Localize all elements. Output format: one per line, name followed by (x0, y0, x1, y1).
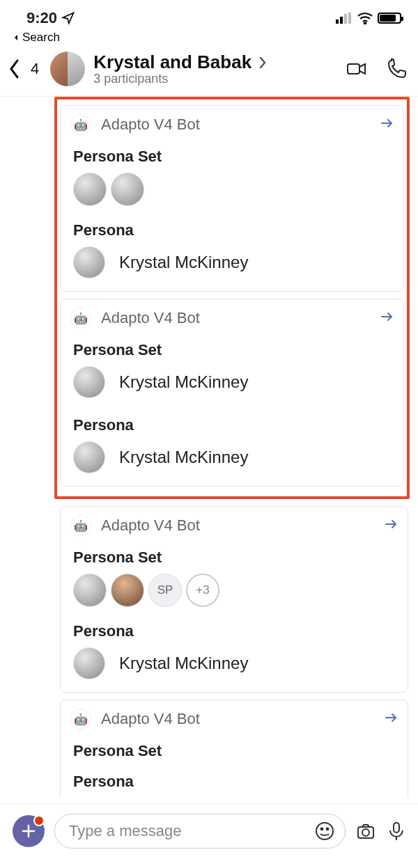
camera-icon[interactable] (355, 821, 376, 842)
persona-set-label: Persona Set (61, 543, 408, 574)
bot-card: 🤖 Adapto V4 Bot Persona Set Persona Krys… (60, 105, 404, 292)
svg-point-6 (316, 823, 333, 839)
persona-label: Persona (61, 767, 408, 798)
open-card-button[interactable] (384, 711, 398, 727)
persona-label: Persona (61, 617, 408, 647)
cell-signal-icon (336, 13, 353, 24)
persona-set-row[interactable]: Krystal McKinney (61, 366, 403, 411)
open-card-button[interactable] (384, 517, 398, 534)
back-caret-icon (13, 34, 20, 41)
arrow-right-icon (380, 310, 394, 324)
bot-avatar-icon: 🤖 (70, 515, 91, 536)
persona-set-name: Krystal McKinney (119, 372, 248, 392)
avatar[interactable] (73, 574, 107, 607)
group-avatar[interactable] (50, 52, 85, 86)
svg-rect-2 (344, 14, 347, 24)
avatar-chip[interactable]: SP (148, 574, 182, 607)
message-composer: Type a message (0, 803, 418, 868)
persona-row[interactable]: Krystal McKinney (61, 441, 403, 486)
open-card-button[interactable] (380, 116, 394, 133)
bot-name: Adapto V4 Bot (101, 516, 374, 535)
arrow-right-icon (380, 116, 394, 130)
highlight-box: 🤖 Adapto V4 Bot Persona Set Persona Krys… (54, 97, 410, 499)
svg-rect-5 (348, 64, 359, 74)
svg-point-4 (364, 23, 366, 24)
arrow-right-icon (384, 517, 398, 531)
bot-name: Adapto V4 Bot (101, 710, 374, 728)
svg-rect-1 (340, 17, 343, 24)
plus-icon (21, 823, 36, 839)
status-time: 9:20 (26, 9, 57, 27)
emoji-icon[interactable] (314, 821, 335, 842)
audio-call-icon[interactable] (386, 58, 408, 80)
bot-avatar-icon: 🤖 (70, 709, 91, 729)
persona-set-label: Persona Set (61, 142, 403, 173)
persona-row[interactable]: Krystal McKinney (61, 246, 403, 291)
unread-count: 4 (31, 60, 39, 78)
persona-name: Krystal McKinney (119, 253, 248, 272)
chat-header: 4 Krystal and Babak 3 participants (0, 47, 418, 97)
open-card-button[interactable] (380, 310, 394, 326)
bot-card: 🤖 Adapto V4 Bot Persona Set Krystal McKi… (60, 299, 404, 487)
back-to-search[interactable]: Search (0, 31, 418, 47)
avatar[interactable] (111, 574, 144, 607)
avatar[interactable] (111, 173, 144, 206)
chevron-right-icon (258, 56, 267, 69)
wifi-icon (357, 12, 373, 24)
battery-icon (378, 13, 401, 24)
bot-name: Adapto V4 Bot (101, 116, 370, 134)
chat-title-block[interactable]: Krystal and Babak 3 participants (93, 52, 339, 86)
persona-label: Persona (61, 216, 403, 246)
phone-status-bar: 9:20 (0, 0, 418, 31)
arrow-right-icon (384, 711, 398, 725)
avatar (73, 366, 105, 398)
avatar (73, 441, 105, 473)
svg-rect-0 (336, 19, 339, 24)
chevron-left-icon (8, 58, 21, 79)
persona-set-label: Persona Set (61, 336, 403, 366)
persona-label: Persona (61, 411, 403, 441)
svg-rect-3 (348, 13, 351, 24)
cards-area: 🤖 Adapto V4 Bot Persona Set SP +3 Person… (0, 503, 418, 798)
chat-subtitle: 3 participants (93, 72, 339, 86)
message-input[interactable]: Type a message (54, 814, 346, 849)
svg-point-8 (327, 828, 329, 830)
persona-set-label: Persona Set (61, 736, 408, 767)
video-call-icon[interactable] (346, 58, 368, 80)
add-attachment-button[interactable] (13, 815, 45, 847)
chat-title: Krystal and Babak (93, 52, 251, 73)
bot-name: Adapto V4 Bot (101, 309, 370, 327)
message-placeholder: Type a message (69, 822, 307, 840)
persona-name: Krystal McKinney (119, 448, 248, 467)
persona-row[interactable]: Krystal McKinney (61, 647, 408, 692)
bot-card: 🤖 Adapto V4 Bot Persona Set SP +3 Person… (60, 506, 408, 693)
avatar (73, 647, 105, 679)
svg-point-7 (321, 828, 323, 830)
bot-avatar-icon: 🤖 (70, 114, 91, 135)
avatar (73, 246, 105, 278)
persona-set-avatars: SP +3 (61, 574, 408, 617)
svg-rect-11 (394, 823, 399, 833)
avatar[interactable] (73, 173, 107, 206)
location-icon (61, 11, 75, 25)
back-button[interactable]: 4 (8, 58, 39, 79)
persona-set-avatars (61, 173, 403, 216)
microphone-icon[interactable] (386, 821, 407, 842)
svg-point-10 (362, 829, 369, 836)
back-search-label: Search (22, 31, 60, 45)
bot-avatar-icon: 🤖 (70, 308, 91, 329)
persona-name: Krystal McKinney (119, 654, 248, 673)
avatar-overflow-chip[interactable]: +3 (186, 574, 219, 607)
bot-card: 🤖 Adapto V4 Bot Persona Set Persona (60, 700, 408, 798)
